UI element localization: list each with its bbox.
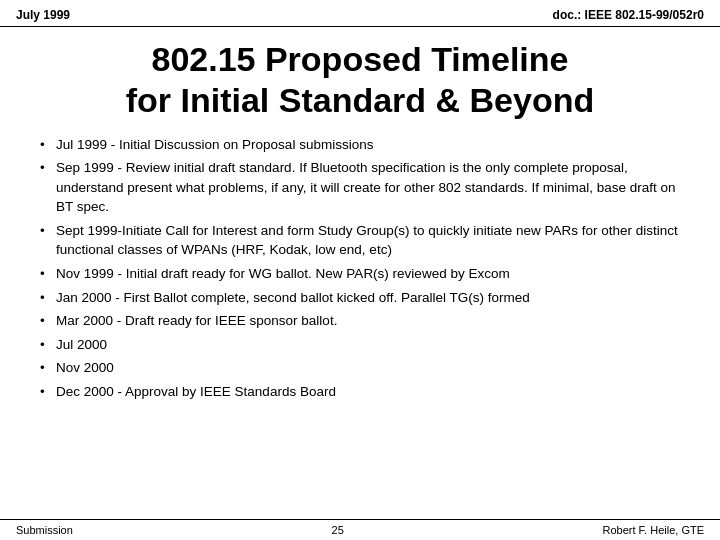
footer-left: Submission	[16, 524, 73, 536]
footer-center: 25	[332, 524, 344, 536]
list-item: Mar 2000 - Draft ready for IEEE sponsor …	[40, 311, 690, 331]
list-item: Jul 2000	[40, 335, 690, 355]
list-item: Nov 1999 - Initial draft ready for WG ba…	[40, 264, 690, 284]
content-section: Jul 1999 - Initial Discussion on Proposa…	[0, 131, 720, 519]
title-section: 802.15 Proposed Timeline for Initial Sta…	[0, 27, 720, 131]
main-title: 802.15 Proposed Timeline for Initial Sta…	[20, 39, 700, 121]
list-item: Jul 1999 - Initial Discussion on Proposa…	[40, 135, 690, 155]
list-item: Dec 2000 - Approval by IEEE Standards Bo…	[40, 382, 690, 402]
title-line2: for Initial Standard & Beyond	[20, 80, 700, 121]
slide: July 1999 doc.: IEEE 802.15-99/052r0 802…	[0, 0, 720, 540]
list-item: Sep 1999 - Review initial draft standard…	[40, 158, 690, 217]
header-bar: July 1999 doc.: IEEE 802.15-99/052r0	[0, 0, 720, 27]
bullet-list: Jul 1999 - Initial Discussion on Proposa…	[40, 135, 690, 402]
footer-bar: Submission 25 Robert F. Heile, GTE	[0, 519, 720, 540]
header-doc: doc.: IEEE 802.15-99/052r0	[553, 8, 704, 22]
title-line1: 802.15 Proposed Timeline	[20, 39, 700, 80]
footer-right: Robert F. Heile, GTE	[603, 524, 704, 536]
list-item: Jan 2000 - First Ballot complete, second…	[40, 288, 690, 308]
list-item: Nov 2000	[40, 358, 690, 378]
header-date: July 1999	[16, 8, 70, 22]
list-item: Sept 1999-Initiate Call for Interest and…	[40, 221, 690, 260]
